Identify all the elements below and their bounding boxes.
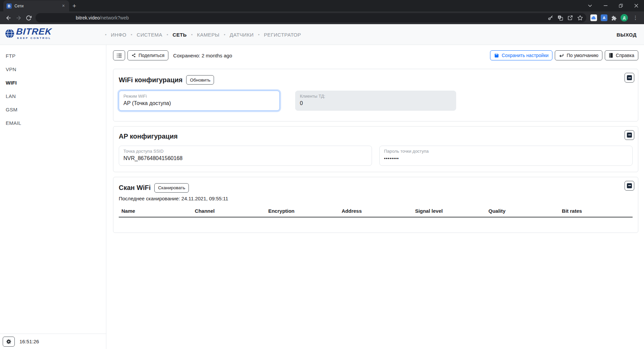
nav-sensors[interactable]: ДАТЧИКИ <box>230 32 254 38</box>
browser-tab[interactable]: B Сети × <box>3 0 69 11</box>
browser-menu-kebab-icon[interactable]: ⋮ <box>632 15 639 21</box>
clock: 16:51:26 <box>19 339 39 344</box>
scan-results-table: Name Channel Encryption Address Signal l… <box>119 206 633 227</box>
collapse-icon <box>627 75 632 80</box>
tab-close-icon[interactable]: × <box>61 3 66 9</box>
web-page: BITREK KEEP CONTROL •ИНФО •СИСТЕМА •СЕТЬ… <box>0 24 644 349</box>
menu-list-button[interactable] <box>113 50 125 60</box>
sidebar-item-ftp[interactable]: FTP <box>0 49 106 62</box>
main-content: Поделиться Сохранено: 2 months ago Сохра… <box>106 45 644 349</box>
list-icon <box>117 53 122 58</box>
close-window-icon[interactable] <box>629 0 644 11</box>
bitrek-logo: BITREK KEEP CONTROL <box>5 27 52 40</box>
sidebar-item-email[interactable]: EMAIL <box>0 116 106 130</box>
help-button[interactable]: Справка <box>605 50 638 60</box>
reset-return-icon <box>559 53 564 58</box>
site-favicon: B <box>6 3 12 9</box>
window-controls <box>582 0 644 11</box>
collapse-icon <box>627 133 632 138</box>
sidebar-item-gsm[interactable]: GSM <box>0 103 106 116</box>
book-icon <box>609 53 613 58</box>
defaults-button[interactable]: По умолчанию <box>555 50 602 60</box>
settings-gear-button[interactable] <box>3 337 15 347</box>
bookmark-star-icon[interactable] <box>577 15 583 21</box>
ap-clients-label: Клиенты ТД: <box>300 94 451 99</box>
new-tab-button[interactable]: + <box>72 3 76 9</box>
wifi-mode-value: AP (Точка доступа) <box>123 99 275 107</box>
refresh-button[interactable]: Обновить <box>186 75 214 85</box>
col-name: Name <box>119 206 192 217</box>
gear-icon <box>6 339 11 344</box>
extensions-puzzle-icon[interactable] <box>611 15 617 21</box>
ap-config-card: AP конфигурация Точка доступа SSID NVR_8… <box>113 126 638 172</box>
share-icon <box>131 53 136 58</box>
collapse-icon <box>627 183 632 188</box>
ap-config-title: AP конфигурация <box>119 133 178 140</box>
url-domain: bitrek.video <box>76 15 100 20</box>
collapse-ap-card-button[interactable] <box>625 130 634 140</box>
window-menu-chevron-icon[interactable] <box>582 0 598 11</box>
globe-icon <box>5 29 15 39</box>
save-settings-label: Сохранить настройки <box>502 53 549 58</box>
minimize-icon[interactable] <box>598 0 613 11</box>
brand-tagline: KEEP CONTROL <box>16 37 52 40</box>
brand-name: BITREK <box>16 27 52 36</box>
share-page-icon[interactable] <box>568 15 573 20</box>
col-signal-level: Signal level <box>412 206 486 217</box>
action-bar-right: Сохранить настройки По умолчанию Справка <box>490 50 638 60</box>
browser-toolbar: bitrek.video/network?web A <box>0 11 644 24</box>
tab-strip: B Сети × + <box>0 0 644 11</box>
defaults-label: По умолчанию <box>567 53 598 58</box>
wifi-mode-field[interactable]: Режим WiFi AP (Точка доступа) <box>119 91 280 111</box>
nav-system[interactable]: СИСТЕМА <box>137 32 162 38</box>
action-bar: Поделиться Сохранено: 2 months ago Сохра… <box>113 50 638 60</box>
table-empty-row <box>119 217 633 227</box>
ssid-field[interactable]: Точка доступа SSID NVR_867648041560168 <box>119 146 372 166</box>
logout-button[interactable]: ВЫХОД <box>616 24 637 45</box>
collapse-wifi-card-button[interactable] <box>625 73 634 83</box>
ap-password-value: •••••••• <box>384 154 628 162</box>
ap-clients-value: 0 <box>300 99 451 107</box>
saved-status: Сохранено: 2 months ago <box>173 53 232 58</box>
col-quality: Quality <box>486 206 559 217</box>
wifi-mode-label: Режим WiFi <box>123 94 275 99</box>
back-icon[interactable] <box>3 13 13 23</box>
save-settings-button[interactable]: Сохранить настройки <box>490 50 553 60</box>
wifi-config-title: WiFi конфигурация <box>119 76 182 84</box>
ssid-label: Точка доступа SSID <box>123 149 367 154</box>
wifi-scan-title: Скан WiFi <box>119 184 151 192</box>
sidebar-item-vpn[interactable]: VPN <box>0 62 106 76</box>
sidebar-item-lan[interactable]: LAN <box>0 89 106 103</box>
col-bit-rates: Bit rates <box>559 206 633 217</box>
save-icon <box>494 53 499 58</box>
sidebar: FTP VPN WIFI LAN GSM EMAIL 16:51:26 <box>0 45 106 349</box>
scan-button[interactable]: Сканировать <box>154 183 189 193</box>
nav-cameras[interactable]: КАМЕРЫ <box>197 32 219 38</box>
password-key-icon[interactable] <box>548 15 553 20</box>
omnibox-icons <box>548 13 583 22</box>
site-header: BITREK KEEP CONTROL •ИНФО •СИСТЕМА •СЕТЬ… <box>0 24 644 45</box>
collapse-scan-card-button[interactable] <box>625 181 634 191</box>
cloud-extension-icon[interactable] <box>590 14 597 21</box>
sidebar-item-wifi[interactable]: WIFI <box>0 76 106 89</box>
sidebar-footer: 16:51:26 <box>0 334 106 349</box>
profile-avatar[interactable]: Д <box>621 14 628 21</box>
ap-password-field[interactable]: Пароль точки доступа •••••••• <box>379 146 633 166</box>
col-channel: Channel <box>192 206 266 217</box>
share-button[interactable]: Поделиться <box>127 50 168 60</box>
nav-info[interactable]: ИНФО <box>111 32 126 38</box>
restore-icon[interactable] <box>613 0 629 11</box>
translate-page-icon[interactable] <box>557 15 563 21</box>
wifi-config-card: WiFi конфигурация Обновить Режим WiFi AP… <box>113 69 638 121</box>
ap-password-label: Пароль точки доступа <box>384 149 628 154</box>
forward-icon[interactable] <box>13 13 23 23</box>
url-path: /network?web <box>100 15 129 20</box>
translate-extension-icon[interactable]: A <box>601 14 607 21</box>
address-bar[interactable]: bitrek.video/network?web <box>36 13 586 22</box>
nav-network[interactable]: СЕТЬ <box>172 32 186 38</box>
wifi-scan-card: Скан WiFi Сканировать Последнее сканиров… <box>113 177 638 233</box>
share-label: Поделиться <box>139 53 164 58</box>
nav-registrar[interactable]: РЕГИСТРАТОР <box>264 32 301 38</box>
reload-icon[interactable] <box>23 13 34 23</box>
last-scan-text: Последнее сканирование: 24.11.2021, 09:5… <box>119 196 633 201</box>
